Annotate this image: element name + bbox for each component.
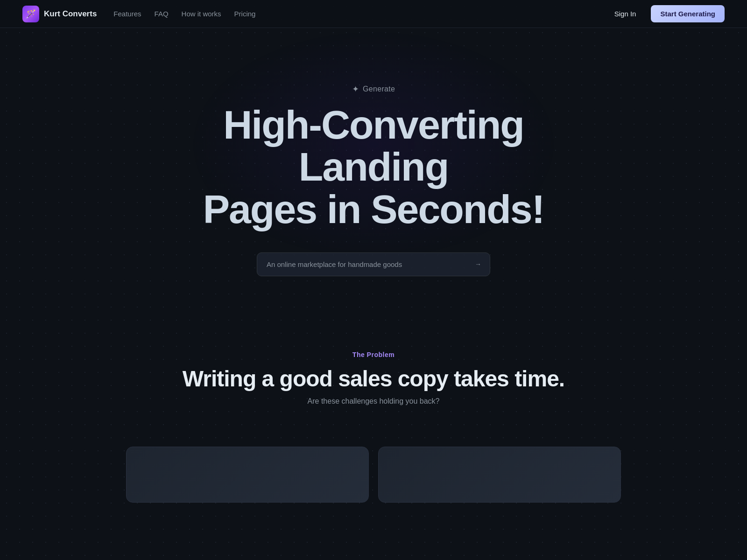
problem-subtitle: Are these challenges holding you back?: [22, 397, 725, 406]
nav-features[interactable]: Features: [113, 10, 141, 18]
hero-title: High-Converting Landing Pages in Seconds…: [163, 104, 584, 230]
problem-cards-row: [0, 447, 747, 531]
hero-title-line2: Pages in Seconds!: [203, 187, 544, 231]
nav-left: 🪄 Kurt Converts Features FAQ How it work…: [22, 6, 255, 22]
main-nav: 🪄 Kurt Converts Features FAQ How it work…: [0, 0, 747, 28]
brand-name: Kurt Converts: [44, 9, 97, 19]
search-submit-button[interactable]: →: [472, 258, 485, 271]
hero-title-line1: High-Converting Landing: [223, 102, 524, 189]
problem-section: The Problem Writing a good sales copy ta…: [0, 314, 747, 447]
arrow-right-icon: →: [475, 260, 481, 268]
problem-card-1: [126, 447, 369, 503]
nav-pricing[interactable]: Pricing: [234, 10, 256, 18]
generate-label-row: ✦ Generate: [352, 84, 395, 94]
sign-in-button[interactable]: Sign In: [607, 6, 644, 21]
hero-section: ✦ Generate High-Converting Landing Pages…: [0, 28, 747, 314]
nav-faq[interactable]: FAQ: [155, 10, 169, 18]
problem-title: Writing a good sales copy takes time.: [22, 366, 725, 392]
nav-right: Sign In Start Generating: [607, 5, 725, 22]
logo-icon: 🪄: [22, 6, 39, 22]
nav-how-it-works[interactable]: How it works: [182, 10, 221, 18]
logo-link[interactable]: 🪄 Kurt Converts: [22, 6, 97, 22]
nav-links: Features FAQ How it works Pricing: [113, 10, 255, 18]
search-container: →: [257, 252, 490, 276]
problem-eyebrow: The Problem: [22, 351, 725, 358]
sparkle-icon: ✦: [352, 84, 359, 94]
generate-label-text: Generate: [363, 85, 395, 93]
start-generating-button[interactable]: Start Generating: [651, 5, 725, 22]
problem-card-2: [378, 447, 621, 503]
search-input[interactable]: [257, 252, 490, 276]
